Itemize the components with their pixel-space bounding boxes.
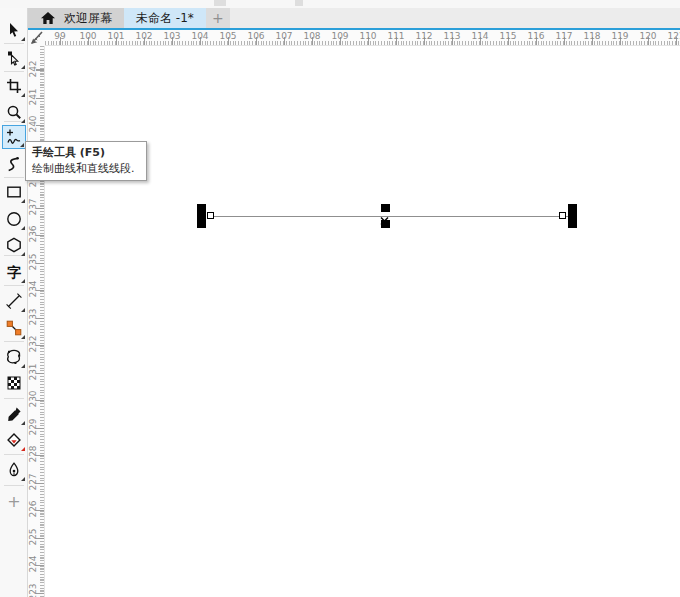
- h-ruler-number: 100: [79, 31, 96, 41]
- eyedropper-tool[interactable]: [2, 402, 26, 426]
- h-ruler-number: 109: [331, 31, 348, 41]
- selection-handle-mid-right[interactable]: [568, 212, 577, 220]
- flyout-indicator: [21, 477, 25, 481]
- artistic-media-icon: [5, 155, 23, 173]
- tooltip-title: 手绘工具 (F5): [32, 145, 140, 160]
- envelope-tool[interactable]: [2, 345, 26, 369]
- h-ruler-number: 101: [107, 31, 124, 41]
- crop-tool[interactable]: [2, 74, 26, 98]
- property-bar-sliver: [0, 0, 680, 8]
- h-ruler-number: 103: [163, 31, 180, 41]
- v-ruler-number: 233: [28, 303, 38, 331]
- document-tab[interactable]: 未命名 -1*: [124, 8, 206, 28]
- selection-handle-mid-left[interactable]: [197, 212, 206, 220]
- v-ruler-number: 242: [28, 55, 38, 83]
- v-ruler-number: 237: [28, 193, 38, 221]
- flyout-indicator: [21, 279, 25, 283]
- v-ruler-number: 228: [28, 440, 38, 468]
- ellipse-tool[interactable]: [2, 207, 26, 231]
- flyout-indicator: [21, 252, 25, 256]
- h-ruler-number: 117: [555, 31, 572, 41]
- v-ruler-number: 226: [28, 495, 38, 523]
- h-ruler-number: 105: [219, 31, 236, 41]
- h-ruler-number: 110: [359, 31, 376, 41]
- zoom-tool[interactable]: [2, 100, 26, 124]
- h-ruler-number: 114: [471, 31, 488, 41]
- h-ruler-number: 115: [499, 31, 516, 41]
- transparency-tool[interactable]: [2, 371, 26, 395]
- dimension-tool[interactable]: [2, 289, 26, 313]
- v-ruler-number: 231: [28, 358, 38, 386]
- document-tab-label: 未命名 -1*: [136, 10, 194, 27]
- pick-tool[interactable]: [2, 18, 26, 42]
- selection-center-marker[interactable]: [380, 211, 389, 230]
- toolbar-control-edge: [295, 0, 303, 6]
- flyout-indicator: [21, 37, 25, 41]
- selection-handle-bottom-right[interactable]: [568, 220, 577, 228]
- polygon-tool[interactable]: [2, 233, 26, 257]
- v-ruler-number: 241: [28, 83, 38, 111]
- line-end-node[interactable]: [559, 212, 566, 219]
- welcome-tab[interactable]: 欢迎屏幕: [28, 8, 124, 28]
- h-ruler-number: 108: [303, 31, 320, 41]
- h-ruler-number: 118: [583, 31, 600, 41]
- h-ruler-number: 121: [667, 31, 680, 41]
- toolbox: 字+: [0, 8, 28, 597]
- flyout-indicator: [21, 65, 25, 69]
- v-ruler-number: 236: [28, 220, 38, 248]
- toolbox-separator: [4, 285, 24, 286]
- text-tool[interactable]: 字: [2, 260, 26, 284]
- toolbox-separator: [4, 177, 24, 178]
- new-tab-label: +: [212, 10, 224, 26]
- h-ruler-number: 104: [191, 31, 208, 41]
- rectangle-tool[interactable]: [2, 180, 26, 204]
- horizontal-ruler[interactable]: 9910010110210310410510610710810911011111…: [45, 30, 680, 46]
- document-tab-bar: 欢迎屏幕 未命名 -1* +: [28, 8, 680, 28]
- h-ruler-number: 99: [54, 31, 65, 41]
- flyout-indicator: [21, 421, 25, 425]
- line-start-node[interactable]: [207, 212, 214, 219]
- ruler-origin[interactable]: [28, 30, 45, 46]
- welcome-tab-label: 欢迎屏幕: [64, 10, 112, 27]
- selection-handle-bottom-left[interactable]: [197, 220, 206, 228]
- new-document-tab-button[interactable]: +: [206, 8, 230, 28]
- h-ruler-number: 111: [387, 31, 404, 41]
- toolbox-separator: [4, 341, 24, 342]
- toolbar-control-edge: [214, 0, 226, 6]
- transparency-icon: [5, 374, 23, 392]
- flyout-indicator: [21, 199, 25, 203]
- connector-tool[interactable]: [2, 316, 26, 340]
- vertical-ruler[interactable]: 2422412402392382372362352342332322312302…: [28, 46, 45, 597]
- add-tools-button[interactable]: +: [2, 490, 26, 514]
- selection-handle-top-right[interactable]: [568, 204, 577, 212]
- flyout-indicator: [21, 93, 25, 97]
- app-window: 欢迎屏幕 未命名 -1* + 字+ 9910010110210310410510…: [0, 0, 680, 597]
- h-ruler-number: 119: [611, 31, 628, 41]
- flyout-indicator: [21, 226, 25, 230]
- v-ruler-number: 232: [28, 330, 38, 358]
- h-ruler-number: 106: [247, 31, 264, 41]
- v-ruler-number: 227: [28, 468, 38, 496]
- h-ruler-number: 113: [443, 31, 460, 41]
- drawing-canvas[interactable]: [45, 46, 680, 597]
- h-ruler-number: 102: [135, 31, 152, 41]
- artistic-media-tool[interactable]: [2, 152, 26, 176]
- text-icon: 字: [7, 265, 21, 279]
- shape-tool[interactable]: [2, 46, 26, 70]
- flyout-indicator: [21, 447, 25, 451]
- toolbox-separator: [4, 454, 24, 455]
- outline-pen-tool[interactable]: [2, 458, 26, 482]
- home-icon: [40, 10, 56, 26]
- v-ruler-number: 240: [28, 110, 38, 138]
- selected-line-object[interactable]: [209, 216, 569, 217]
- smart-fill-tool[interactable]: [2, 428, 26, 452]
- ruler-origin-icon: [28, 30, 45, 46]
- flyout-indicator: [21, 335, 25, 339]
- h-ruler-number: 116: [527, 31, 544, 41]
- v-ruler-number: 234: [28, 275, 38, 303]
- tooltip-description: 绘制曲线和直线线段.: [32, 161, 140, 176]
- freehand-tool[interactable]: [2, 125, 26, 149]
- v-ruler-number: 224: [28, 550, 38, 578]
- v-ruler-number: 229: [28, 413, 38, 441]
- selection-handle-top-left[interactable]: [197, 204, 206, 212]
